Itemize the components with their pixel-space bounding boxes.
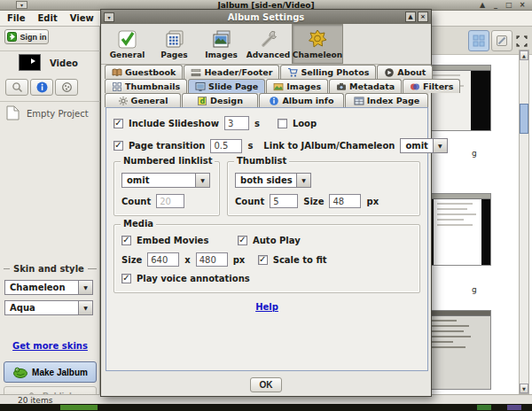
chevron-down-icon[interactable]: ▼	[78, 281, 92, 294]
preview-button[interactable]	[491, 30, 512, 51]
style-select[interactable]: Aqua ▼	[4, 300, 93, 315]
tab-design[interactable]: d Design	[182, 93, 258, 107]
page-transition-checkbox[interactable]	[113, 141, 123, 151]
shade-icon[interactable]: ▲	[478, 1, 487, 10]
search-button[interactable]	[5, 79, 28, 96]
search-icon	[12, 81, 23, 93]
expand-arrows-icon	[515, 35, 528, 48]
thumbnail-label: g	[472, 285, 477, 294]
tab-index-page[interactable]: Index Page	[345, 93, 428, 107]
skin-select[interactable]: Chameleon ▼	[4, 280, 93, 295]
info-icon	[36, 81, 48, 93]
shade-icon[interactable]: ▲	[405, 12, 416, 22]
tab-about[interactable]: About	[377, 65, 433, 79]
loop-label: Loop	[293, 119, 317, 128]
close-icon[interactable]: ×	[518, 1, 527, 10]
loop-checkbox[interactable]	[278, 119, 287, 128]
scale-to-fit-checkbox[interactable]	[258, 255, 268, 265]
project-thumbnail[interactable]	[19, 54, 41, 71]
media-title: Media	[121, 219, 156, 229]
thumblist-select[interactable]: both sides ▼	[235, 173, 311, 188]
empty-project-label[interactable]: Empty Project	[27, 109, 89, 119]
reel-icon	[61, 81, 73, 93]
toolbar-general-label: General	[110, 50, 145, 59]
transition-seconds-input[interactable]	[210, 139, 242, 153]
view-toolbar	[417, 27, 532, 55]
chevron-down-icon[interactable]: ▼	[78, 301, 92, 314]
svg-text:d: d	[200, 97, 206, 105]
sign-in-button[interactable]: Sign in	[4, 29, 49, 44]
fullscreen-button[interactable]	[511, 30, 532, 51]
tab-header-footer[interactable]: Header/Footer	[184, 65, 279, 79]
scale-to-fit-label: Scale to fit	[273, 255, 327, 265]
tab-album-info[interactable]: Album info	[259, 93, 344, 107]
scrollbar-thumb[interactable]	[520, 104, 528, 134]
scrollbar[interactable]: ▲ ▼	[519, 50, 529, 394]
slide-page-panel: Include Slideshow s Loop Page transition…	[106, 107, 428, 371]
toolbar-chameleon[interactable]: Chameleon	[292, 24, 343, 64]
sidebar: Sign in Video Empty Project Skin and sty…	[0, 27, 100, 394]
ok-button[interactable]: OK	[250, 377, 282, 392]
scroll-up-icon[interactable]: ▲	[520, 50, 528, 60]
tab-images[interactable]: Images	[266, 79, 328, 93]
skin-group-title: Skin and style	[4, 264, 97, 274]
include-slideshow-checkbox[interactable]	[113, 119, 123, 128]
tab-row-3: General d Design Album info Index Page	[105, 93, 429, 107]
grid-view-button[interactable]	[468, 30, 489, 51]
toolbar-images[interactable]: Images	[198, 24, 245, 64]
menu-file[interactable]: File	[7, 13, 25, 23]
thumbnail[interactable]	[424, 193, 491, 266]
dialog-titlebar[interactable]: ▾ Album Settings ▲ ×	[101, 10, 431, 24]
tab-general[interactable]: General	[105, 93, 181, 107]
numbered-linklist-title: Numbered linklist	[121, 156, 215, 166]
play-arrow-icon	[20, 55, 40, 70]
reel-button[interactable]	[55, 79, 78, 96]
thumblist-size-input[interactable]	[329, 194, 361, 208]
help-link[interactable]: Help	[255, 302, 278, 312]
grid-icon	[473, 35, 485, 47]
make-jalbum-button[interactable]: Make Jalbum	[4, 361, 97, 383]
about-icon	[384, 67, 395, 78]
tab-thumbnails[interactable]: Thumbnails	[105, 79, 187, 93]
toolbar-advanced[interactable]: Advanced	[245, 24, 292, 64]
thumbnail[interactable]	[424, 65, 491, 131]
numbered-linklist-select[interactable]: omit ▼	[121, 173, 210, 188]
maximize-icon[interactable]: □	[505, 1, 513, 10]
movie-height-input[interactable]	[196, 252, 228, 267]
image-edit-icon	[496, 35, 508, 47]
info-button[interactable]	[30, 79, 53, 96]
count-label: Count	[235, 197, 264, 206]
link-to-label: Link to JAlbum/Chameleon	[263, 141, 395, 151]
chevron-down-icon[interactable]: ▼	[433, 139, 447, 152]
chevron-down-icon[interactable]: ▼	[195, 174, 209, 187]
toolbar-pages[interactable]: Pages	[151, 24, 198, 64]
page-transition-label: Page transition	[129, 141, 205, 151]
tab-slide-page[interactable]: Slide Page	[188, 79, 265, 93]
toolbar-general[interactable]: General	[104, 24, 151, 64]
dialog-footer: OK	[101, 377, 431, 392]
chevron-down-icon[interactable]: ▼	[296, 174, 310, 187]
seconds-unit: s	[254, 119, 260, 128]
thumblist-count-input[interactable]	[270, 194, 298, 208]
get-more-skins-link[interactable]: Get more skins	[0, 341, 100, 351]
tab-filters[interactable]: Filters	[403, 79, 460, 93]
menu-edit[interactable]: Edit	[37, 13, 57, 23]
scroll-down-icon[interactable]: ▼	[520, 384, 528, 393]
movie-width-input[interactable]	[147, 252, 179, 267]
sign-in-icon	[7, 32, 17, 42]
dialog-toolbar: General Pages Images Advanced Chameleon	[101, 24, 431, 65]
thumbnail[interactable]	[424, 310, 491, 390]
media-size-label: Size	[121, 255, 142, 265]
divider	[0, 101, 100, 102]
close-icon[interactable]: ×	[418, 12, 428, 22]
minimize-icon[interactable]: _	[491, 1, 500, 10]
tab-selling-photos[interactable]: Selling Photos	[280, 65, 376, 79]
auto-play-checkbox[interactable]	[238, 236, 247, 245]
embed-movies-checkbox[interactable]	[121, 236, 131, 245]
menu-view[interactable]: View	[70, 13, 94, 23]
slideshow-seconds-input[interactable]	[224, 116, 249, 130]
link-to-select[interactable]: omit ▼	[400, 138, 448, 153]
tab-guestbook[interactable]: Guestbook	[105, 65, 183, 79]
tab-metadata[interactable]: Metadata	[329, 79, 402, 93]
voice-annotations-checkbox[interactable]	[121, 274, 131, 283]
